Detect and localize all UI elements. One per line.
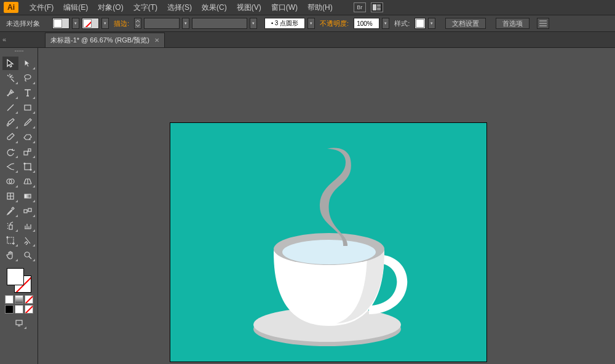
svg-rect-0 (373, 4, 376, 10)
menu-bar: Ai 文件(F) 编辑(E) 对象(O) 文字(T) 选择(S) 效果(C) 视… (0, 0, 615, 15)
type-tool[interactable] (20, 86, 36, 100)
rotate-tool[interactable] (2, 145, 18, 159)
opacity-dropdown[interactable]: ▾ (382, 18, 389, 29)
arrange-docs-icon[interactable] (371, 2, 383, 12)
color-mode-solid[interactable] (5, 295, 14, 304)
preferences-button[interactable]: 首选项 (496, 18, 530, 29)
scale-tool[interactable] (20, 145, 36, 159)
fill-dropdown[interactable]: ▾ (72, 18, 79, 29)
svg-rect-21 (16, 320, 22, 325)
variable-width-profile[interactable] (192, 18, 247, 29)
svg-rect-6 (25, 105, 31, 110)
stroke-label: 描边: (111, 19, 132, 28)
width-tool[interactable] (2, 160, 18, 173)
symbol-sprayer-tool[interactable] (2, 219, 18, 232)
brush-dropdown[interactable]: ▾ (308, 18, 315, 29)
gradient-tool[interactable] (20, 189, 36, 203)
lasso-tool[interactable] (20, 71, 36, 85)
pen-tool[interactable] (2, 86, 18, 100)
fill-stroke-swatch[interactable] (6, 267, 33, 294)
hand-tool[interactable] (2, 248, 18, 262)
svg-point-5 (10, 92, 12, 93)
stroke-weight-stepper[interactable] (134, 18, 141, 29)
paintbrush-tool[interactable] (2, 116, 18, 129)
menu-file[interactable]: 文件(F) (25, 1, 58, 15)
draw-behind[interactable] (15, 305, 23, 314)
free-transform-tool[interactable] (20, 160, 36, 173)
svg-rect-1 (377, 4, 381, 7)
brush-definition[interactable]: • 3 点圆形 (264, 18, 305, 29)
style-swatch[interactable] (415, 18, 426, 29)
menu-select[interactable]: 选择(S) (162, 1, 197, 15)
svg-point-4 (25, 75, 31, 79)
rectangle-tool[interactable] (20, 101, 36, 114)
variable-width-dropdown[interactable]: ▾ (250, 18, 257, 29)
style-label: 样式: (392, 19, 412, 28)
pencil-tool[interactable] (20, 116, 36, 129)
style-dropdown[interactable]: ▾ (428, 18, 435, 29)
perspective-tool[interactable] (20, 175, 36, 188)
menu-effect[interactable]: 效果(C) (197, 1, 232, 15)
close-icon[interactable]: ✕ (154, 37, 159, 44)
eraser-tool[interactable] (20, 130, 36, 144)
magic-wand-tool[interactable] (2, 71, 18, 85)
selection-status: 未选择对象 (4, 19, 42, 28)
stroke-swatch[interactable] (82, 18, 99, 29)
toolbox-grip[interactable] (7, 50, 31, 54)
svg-rect-18 (9, 225, 12, 229)
panel-menu-icon[interactable] (537, 18, 549, 29)
svg-rect-2 (377, 7, 381, 10)
line-tool[interactable] (2, 101, 18, 114)
stroke-weight-dropdown[interactable]: ▾ (182, 18, 189, 29)
svg-rect-9 (25, 164, 31, 170)
document-setup-button[interactable]: 文档设置 (445, 18, 486, 29)
document-tab-title: 未标题-1* @ 66.67% (RGB/预览) (50, 36, 149, 45)
blend-tool[interactable] (20, 204, 36, 218)
fill-color-swatch[interactable] (7, 268, 24, 285)
blob-brush-tool[interactable] (2, 130, 18, 144)
color-mode-gradient[interactable] (15, 295, 23, 304)
menu-window[interactable]: 窗口(W) (266, 1, 303, 15)
document-tab-bar: 未标题-1* @ 66.67% (RGB/预览) ✕ (0, 32, 615, 48)
menu-help[interactable]: 帮助(H) (303, 1, 338, 15)
stroke-dropdown[interactable]: ▾ (101, 18, 109, 29)
svg-point-10 (24, 163, 25, 164)
draw-normal[interactable] (5, 305, 14, 314)
document-tab[interactable]: 未标题-1* @ 66.67% (RGB/预览) ✕ (45, 33, 165, 47)
shape-builder-tool[interactable] (2, 175, 18, 188)
opacity-field[interactable]: 100% (354, 18, 379, 29)
menu-type[interactable]: 文字(T) (129, 1, 162, 15)
canvas-area[interactable] (38, 48, 615, 364)
options-bar: 未选择对象 ▾ ▾ 描边: ▾ ▾ • 3 点圆形 ▾ 不透明度: 100% ▾… (0, 15, 615, 32)
color-mode-row (5, 295, 33, 304)
menu-object[interactable]: 对象(O) (93, 1, 128, 15)
menu-edit[interactable]: 编辑(E) (58, 1, 93, 15)
svg-point-11 (30, 169, 31, 170)
bridge-icon[interactable]: Br (354, 2, 366, 12)
zoom-tool[interactable] (20, 248, 36, 262)
svg-rect-17 (28, 208, 31, 212)
screen-mode-row (5, 305, 33, 314)
artboard[interactable] (170, 122, 487, 362)
panel-collapse-icon[interactable]: « (2, 36, 6, 43)
direct-selection-tool[interactable] (20, 57, 36, 70)
color-mode-none[interactable] (25, 295, 33, 304)
draw-inside[interactable] (25, 305, 33, 314)
eyedropper-tool[interactable] (2, 204, 18, 218)
svg-point-20 (25, 252, 30, 257)
slice-tool[interactable] (20, 234, 36, 247)
stroke-weight-field[interactable] (144, 18, 180, 29)
svg-rect-16 (24, 210, 27, 213)
app-logo: Ai (4, 2, 18, 13)
menu-view[interactable]: 视图(V) (232, 1, 266, 15)
artboard-tool[interactable] (2, 234, 18, 247)
selection-tool[interactable] (2, 57, 18, 70)
mesh-tool[interactable] (2, 189, 18, 203)
graph-tool[interactable] (20, 219, 36, 232)
svg-point-25 (282, 240, 376, 264)
screen-mode-tool[interactable] (11, 316, 27, 330)
fill-swatch[interactable] (52, 18, 69, 29)
opacity-label: 不透明度: (317, 19, 351, 28)
svg-rect-19 (7, 237, 14, 243)
svg-rect-15 (25, 194, 31, 198)
